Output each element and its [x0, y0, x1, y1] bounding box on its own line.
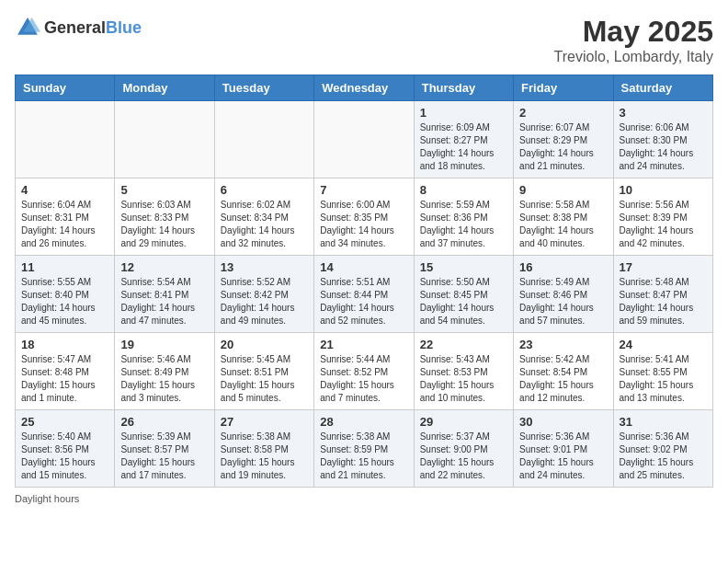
- day-number: 22: [420, 338, 507, 351]
- day-info: Sunrise: 5:55 AM Sunset: 8:40 PM Dayligh…: [21, 276, 108, 327]
- day-info: Sunrise: 6:00 AM Sunset: 8:35 PM Dayligh…: [320, 199, 407, 250]
- calendar-cell: 8Sunrise: 5:59 AM Sunset: 8:36 PM Daylig…: [414, 178, 513, 256]
- day-info: Sunrise: 5:51 AM Sunset: 8:44 PM Dayligh…: [320, 276, 407, 327]
- calendar-table: SundayMondayTuesdayWednesdayThursdayFrid…: [15, 75, 713, 488]
- day-info: Sunrise: 5:45 AM Sunset: 8:51 PM Dayligh…: [221, 353, 308, 405]
- day-info: Sunrise: 5:43 AM Sunset: 8:53 PM Dayligh…: [420, 353, 507, 405]
- calendar-cell: 12Sunrise: 5:54 AM Sunset: 8:41 PM Dayli…: [115, 256, 214, 333]
- day-info: Sunrise: 5:56 AM Sunset: 8:39 PM Dayligh…: [620, 199, 707, 250]
- day-info: Sunrise: 6:04 AM Sunset: 8:31 PM Dayligh…: [21, 199, 108, 250]
- day-number: 12: [120, 260, 208, 274]
- calendar-day-header: Thursday: [414, 75, 513, 101]
- calendar-cell: 20Sunrise: 5:45 AM Sunset: 8:51 PM Dayli…: [214, 333, 313, 410]
- calendar-header-row: SundayMondayTuesdayWednesdayThursdayFrid…: [16, 75, 713, 101]
- calendar-week-row: 1Sunrise: 6:09 AM Sunset: 8:27 PM Daylig…: [16, 101, 713, 178]
- footer-note: Daylight hours: [15, 493, 713, 504]
- day-info: Sunrise: 5:58 AM Sunset: 8:38 PM Dayligh…: [519, 199, 607, 250]
- calendar-cell: 19Sunrise: 5:46 AM Sunset: 8:49 PM Dayli…: [115, 333, 214, 410]
- day-info: Sunrise: 6:07 AM Sunset: 8:29 PM Dayligh…: [519, 121, 607, 173]
- calendar-cell: 17Sunrise: 5:48 AM Sunset: 8:47 PM Dayli…: [613, 256, 712, 333]
- day-info: Sunrise: 5:38 AM Sunset: 8:59 PM Dayligh…: [320, 431, 407, 482]
- calendar-cell: [115, 101, 214, 178]
- calendar-cell: 27Sunrise: 5:38 AM Sunset: 8:58 PM Dayli…: [214, 410, 313, 488]
- calendar-day-header: Wednesday: [314, 75, 414, 101]
- calendar-week-row: 18Sunrise: 5:47 AM Sunset: 8:48 PM Dayli…: [16, 333, 713, 410]
- calendar-day-header: Friday: [514, 75, 613, 101]
- calendar-cell: 4Sunrise: 6:04 AM Sunset: 8:31 PM Daylig…: [16, 178, 115, 256]
- day-info: Sunrise: 6:03 AM Sunset: 8:33 PM Dayligh…: [120, 199, 208, 250]
- day-info: Sunrise: 5:39 AM Sunset: 8:57 PM Dayligh…: [120, 431, 208, 482]
- day-info: Sunrise: 5:47 AM Sunset: 8:48 PM Dayligh…: [21, 353, 108, 405]
- day-number: 8: [420, 183, 507, 197]
- day-number: 7: [320, 183, 407, 197]
- day-info: Sunrise: 5:54 AM Sunset: 8:41 PM Dayligh…: [120, 276, 208, 327]
- logo: GeneralBlue: [15, 15, 142, 40]
- day-number: 6: [221, 183, 308, 197]
- calendar-cell: 14Sunrise: 5:51 AM Sunset: 8:44 PM Dayli…: [314, 256, 414, 333]
- day-number: 14: [320, 260, 407, 274]
- day-info: Sunrise: 5:42 AM Sunset: 8:54 PM Dayligh…: [519, 353, 607, 405]
- day-number: 19: [120, 338, 208, 351]
- day-number: 16: [519, 260, 607, 274]
- day-number: 31: [620, 415, 707, 429]
- day-number: 2: [519, 106, 607, 120]
- calendar-cell: 26Sunrise: 5:39 AM Sunset: 8:57 PM Dayli…: [115, 410, 214, 488]
- calendar-cell: [16, 101, 115, 178]
- day-number: 5: [120, 183, 208, 197]
- day-number: 27: [221, 415, 308, 429]
- day-info: Sunrise: 5:41 AM Sunset: 8:55 PM Dayligh…: [620, 353, 707, 405]
- calendar-day-header: Tuesday: [214, 75, 313, 101]
- calendar-cell: 9Sunrise: 5:58 AM Sunset: 8:38 PM Daylig…: [514, 178, 613, 256]
- calendar-day-header: Saturday: [613, 75, 712, 101]
- calendar-day-header: Sunday: [16, 75, 115, 101]
- calendar-cell: 30Sunrise: 5:36 AM Sunset: 9:01 PM Dayli…: [514, 410, 613, 488]
- calendar-cell: 28Sunrise: 5:38 AM Sunset: 8:59 PM Dayli…: [314, 410, 414, 488]
- day-number: 18: [21, 338, 108, 351]
- day-info: Sunrise: 5:46 AM Sunset: 8:49 PM Dayligh…: [120, 353, 208, 405]
- calendar-cell: 31Sunrise: 5:36 AM Sunset: 9:02 PM Dayli…: [613, 410, 712, 488]
- calendar-cell: 18Sunrise: 5:47 AM Sunset: 8:48 PM Dayli…: [16, 333, 115, 410]
- logo-general: General: [44, 18, 106, 37]
- location: Treviolo, Lombardy, Italy: [554, 49, 713, 65]
- day-number: 1: [420, 106, 507, 120]
- day-info: Sunrise: 5:36 AM Sunset: 9:01 PM Dayligh…: [519, 431, 607, 482]
- day-number: 24: [620, 338, 707, 351]
- calendar-cell: 23Sunrise: 5:42 AM Sunset: 8:54 PM Dayli…: [514, 333, 613, 410]
- calendar-cell: 1Sunrise: 6:09 AM Sunset: 8:27 PM Daylig…: [414, 101, 513, 178]
- day-number: 4: [21, 183, 108, 197]
- day-info: Sunrise: 5:48 AM Sunset: 8:47 PM Dayligh…: [620, 276, 707, 327]
- day-info: Sunrise: 5:40 AM Sunset: 8:56 PM Dayligh…: [21, 431, 108, 482]
- day-number: 29: [420, 415, 507, 429]
- day-number: 11: [21, 260, 108, 274]
- calendar-cell: 22Sunrise: 5:43 AM Sunset: 8:53 PM Dayli…: [414, 333, 513, 410]
- day-info: Sunrise: 6:02 AM Sunset: 8:34 PM Dayligh…: [221, 199, 308, 250]
- day-number: 23: [519, 338, 607, 351]
- month-year: May 2025: [554, 15, 713, 49]
- day-info: Sunrise: 5:36 AM Sunset: 9:02 PM Dayligh…: [620, 431, 707, 482]
- calendar-cell: 6Sunrise: 6:02 AM Sunset: 8:34 PM Daylig…: [214, 178, 313, 256]
- day-number: 25: [21, 415, 108, 429]
- day-info: Sunrise: 5:38 AM Sunset: 8:58 PM Dayligh…: [221, 431, 308, 482]
- day-number: 26: [120, 415, 208, 429]
- calendar-cell: 15Sunrise: 5:50 AM Sunset: 8:45 PM Dayli…: [414, 256, 513, 333]
- day-info: Sunrise: 5:50 AM Sunset: 8:45 PM Dayligh…: [420, 276, 507, 327]
- calendar-cell: 29Sunrise: 5:37 AM Sunset: 9:00 PM Dayli…: [414, 410, 513, 488]
- calendar-cell: 2Sunrise: 6:07 AM Sunset: 8:29 PM Daylig…: [514, 101, 613, 178]
- day-number: 9: [519, 183, 607, 197]
- title-block: May 2025 Treviolo, Lombardy, Italy: [554, 15, 713, 65]
- day-info: Sunrise: 6:06 AM Sunset: 8:30 PM Dayligh…: [620, 121, 707, 173]
- calendar-cell: [314, 101, 414, 178]
- calendar-cell: 25Sunrise: 5:40 AM Sunset: 8:56 PM Dayli…: [16, 410, 115, 488]
- calendar-cell: 7Sunrise: 6:00 AM Sunset: 8:35 PM Daylig…: [314, 178, 414, 256]
- calendar-cell: 16Sunrise: 5:49 AM Sunset: 8:46 PM Dayli…: [514, 256, 613, 333]
- day-number: 3: [620, 106, 707, 120]
- logo-icon: [15, 15, 40, 40]
- calendar-cell: 3Sunrise: 6:06 AM Sunset: 8:30 PM Daylig…: [613, 101, 712, 178]
- calendar-week-row: 11Sunrise: 5:55 AM Sunset: 8:40 PM Dayli…: [16, 256, 713, 333]
- calendar-week-row: 25Sunrise: 5:40 AM Sunset: 8:56 PM Dayli…: [16, 410, 713, 488]
- day-info: Sunrise: 5:52 AM Sunset: 8:42 PM Dayligh…: [221, 276, 308, 327]
- calendar-cell: 21Sunrise: 5:44 AM Sunset: 8:52 PM Dayli…: [314, 333, 414, 410]
- day-number: 28: [320, 415, 407, 429]
- day-number: 13: [221, 260, 308, 274]
- calendar-cell: 11Sunrise: 5:55 AM Sunset: 8:40 PM Dayli…: [16, 256, 115, 333]
